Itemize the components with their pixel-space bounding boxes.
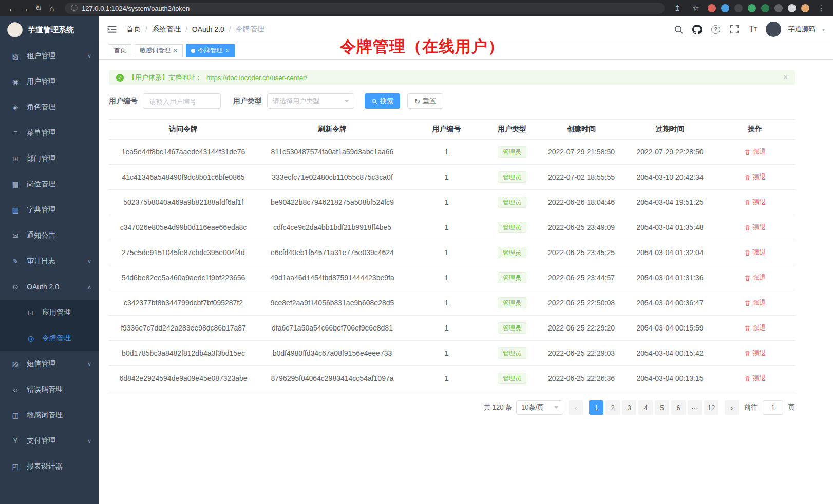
github-icon[interactable] — [692, 24, 703, 35]
search-icon[interactable] — [673, 24, 685, 35]
page-size-select[interactable]: 10条/页 — [516, 400, 563, 415]
app-title: 芋道管理系统 — [28, 25, 74, 35]
page-button[interactable]: 12 — [704, 400, 718, 415]
force-logout-button[interactable]: 强退 — [744, 323, 766, 333]
site-info-icon[interactable]: ⓘ — [71, 4, 78, 13]
operation-cell: 强退 — [715, 165, 795, 189]
reset-button-label: 重置 — [423, 96, 436, 106]
extension-icon-dark[interactable] — [734, 4, 743, 12]
sidebar-item-report-designer[interactable]: ◰报表设计器 — [0, 454, 99, 479]
forward-button[interactable]: → — [18, 2, 32, 14]
expire-time-cell: 2054-03-04 00:13:15 — [625, 366, 715, 391]
page-button[interactable]: 1 — [589, 400, 603, 415]
user-type-label: 用户类型 — [233, 96, 262, 106]
token-table: 访问令牌刷新令牌用户编号用户类型创建时间过期时间操作 1ea5e44f8bc14… — [109, 119, 795, 391]
close-icon[interactable]: × — [783, 73, 788, 82]
force-logout-button[interactable]: 强退 — [744, 198, 766, 207]
username[interactable]: 芋道源码 — [788, 25, 815, 34]
sidebar-item-notice[interactable]: ✉通知公告 — [0, 223, 99, 248]
breadcrumb-separator: / — [185, 25, 187, 33]
breadcrumb-item[interactable]: 首页 — [126, 25, 141, 34]
sidebar-item-sensitive-word[interactable]: ◫敏感词管理 — [0, 402, 99, 428]
app-header: 首页/系统管理/OAuth 2.0/令牌管理 ? TT 芋道源码 ▾ — [99, 16, 833, 42]
app-logo[interactable]: 芋道管理系统 — [0, 16, 99, 43]
extension-icon-green[interactable] — [748, 4, 756, 12]
user-type-select[interactable]: 请选择用户类型 — [267, 93, 354, 109]
sidebar-item-error-code[interactable]: ‹›错误码管理 — [0, 377, 99, 402]
share-icon[interactable]: ↥ — [671, 2, 684, 14]
bookmark-star-icon[interactable]: ☆ — [689, 2, 703, 14]
fullscreen-icon[interactable] — [729, 24, 740, 35]
page-button[interactable]: 2 — [605, 400, 620, 415]
reload-button[interactable]: ↻ — [32, 2, 45, 14]
home-button[interactable]: ⌂ — [45, 2, 59, 14]
sidebar-item-oauth2-token[interactable]: ◎令牌管理 — [0, 325, 99, 351]
goto-page-input[interactable] — [763, 400, 783, 415]
page-button[interactable]: 6 — [671, 400, 686, 415]
sidebar-item-sms[interactable]: ▨短信管理∨ — [0, 351, 99, 377]
pagination: 共 120 条 10条/页 ‹ 123456···12 › 前往 页 — [109, 400, 795, 415]
page-content: ✓ 【用户体系】文档地址： https://doc.iocoder.cn/use… — [99, 60, 805, 425]
user-type-cell: 管理员 — [486, 316, 538, 340]
sidebar-item-dept[interactable]: ⊞部门管理 — [0, 146, 99, 171]
extension-icon-puzzle[interactable] — [761, 4, 769, 12]
sidebar-item-audit-log[interactable]: ✎审计日志∨ — [0, 248, 99, 274]
help-icon[interactable]: ? — [710, 24, 722, 35]
extension-icon-blue[interactable] — [721, 4, 729, 12]
sidebar-item-menu[interactable]: ≡菜单管理 — [0, 120, 99, 146]
user-id-input[interactable] — [143, 93, 221, 109]
user-avatar[interactable] — [766, 22, 781, 37]
reset-button[interactable]: ↻ 重置 — [407, 93, 443, 109]
force-logout-button[interactable]: 强退 — [744, 273, 766, 282]
close-icon[interactable]: × — [174, 47, 178, 54]
search-button[interactable]: 搜索 — [365, 93, 400, 109]
tab-home[interactable]: 首页 — [109, 44, 131, 57]
chevron-down-icon[interactable]: ▾ — [822, 27, 825, 32]
create-time-cell: 2022-07-02 18:55:55 — [538, 165, 625, 189]
tab-token[interactable]: 令牌管理× — [186, 44, 235, 57]
payment-icon: ¥ — [10, 437, 21, 445]
breadcrumb-item[interactable]: 系统管理 — [152, 25, 181, 34]
table-row: 41c41346a548490f9dc8b01c6bfe0865333ecfc7… — [109, 165, 795, 190]
font-size-icon[interactable]: TT — [747, 24, 759, 35]
browser-menu-icon[interactable]: ⋮ — [815, 2, 828, 14]
pager-ellipsis[interactable]: ··· — [688, 400, 702, 415]
sidebar-item-post[interactable]: ▤岗位管理 — [0, 171, 99, 197]
alert-link[interactable]: https://doc.iocoder.cn/user-center/ — [206, 74, 307, 82]
address-bar[interactable]: ⓘ 127.0.0.1:1024/system/oauth2/token — [65, 3, 665, 14]
back-button[interactable]: ← — [5, 2, 18, 14]
sidebar-item-role[interactable]: ◈角色管理 — [0, 94, 99, 120]
sidebar-item-oauth2-app[interactable]: ⊡应用管理 — [0, 300, 99, 325]
extension-icon-gray[interactable] — [774, 4, 783, 12]
page-button[interactable]: 4 — [638, 400, 653, 415]
force-logout-button[interactable]: 强退 — [744, 298, 766, 307]
page-button[interactable]: 3 — [622, 400, 636, 415]
refresh-icon: ↻ — [414, 98, 420, 105]
force-logout-label: 强退 — [753, 374, 766, 383]
user-type-badge: 管理员 — [498, 247, 526, 258]
browser-profile-avatar[interactable] — [801, 4, 809, 12]
page-button[interactable]: 5 — [655, 400, 669, 415]
sidebar: 芋道管理系统 ▧租户管理∨◉用户管理◈角色管理≡菜单管理⊞部门管理▤岗位管理▥字… — [0, 16, 99, 504]
sidebar-item-pay[interactable]: ¥支付管理∨ — [0, 428, 99, 454]
close-icon[interactable]: × — [226, 47, 230, 54]
sidebar-item-oauth2[interactable]: ⊙OAuth 2.0∧ — [0, 274, 99, 300]
collapse-sidebar-icon[interactable] — [107, 24, 120, 34]
force-logout-button[interactable]: 强退 — [744, 147, 766, 157]
tab-sensitive-word[interactable]: 敏感词管理× — [135, 44, 183, 57]
sidebar-item-label: 通知公告 — [27, 231, 55, 240]
force-logout-button[interactable]: 强退 — [744, 223, 766, 232]
force-logout-button[interactable]: 强退 — [744, 248, 766, 257]
delete-icon — [744, 224, 751, 231]
sidebar-item-user[interactable]: ◉用户管理 — [0, 69, 99, 94]
extension-icon-split[interactable] — [788, 4, 796, 12]
force-logout-button[interactable]: 强退 — [744, 348, 766, 358]
sidebar-item-tenant[interactable]: ▧租户管理∨ — [0, 43, 99, 69]
force-logout-button[interactable]: 强退 — [744, 374, 766, 383]
breadcrumb-item[interactable]: OAuth 2.0 — [192, 25, 224, 33]
force-logout-button[interactable]: 强退 — [744, 172, 766, 182]
next-page-button[interactable]: › — [725, 400, 739, 415]
sidebar-item-dict[interactable]: ▥字典管理 — [0, 197, 99, 223]
prev-page-button[interactable]: ‹ — [569, 400, 583, 415]
extension-icon-red[interactable] — [708, 4, 716, 12]
